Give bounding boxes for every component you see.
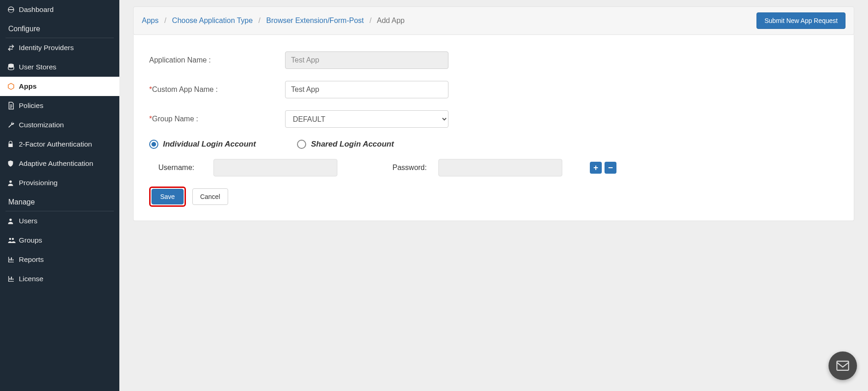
shield-icon bbox=[7, 159, 19, 168]
users-icon bbox=[7, 236, 19, 244]
form-card: Application Name : *Custom App Name : *G… bbox=[133, 35, 854, 221]
radio-individual[interactable]: Individual Login Account bbox=[149, 140, 256, 149]
main-content: Apps / Choose Application Type / Browser… bbox=[119, 0, 868, 391]
sidebar-item-reports[interactable]: Reports bbox=[0, 250, 119, 269]
breadcrumb-sep: / bbox=[370, 17, 371, 24]
sidebar-label: Users bbox=[19, 217, 37, 225]
svg-point-3 bbox=[9, 238, 11, 240]
app-name-input bbox=[285, 51, 448, 69]
remove-credential-button[interactable]: − bbox=[605, 162, 616, 174]
sidebar-label: Reports bbox=[19, 255, 44, 264]
app-name-label: Application Name : bbox=[149, 56, 285, 64]
custom-name-label: *Custom App Name : bbox=[149, 85, 285, 94]
lock-icon bbox=[7, 140, 19, 148]
save-highlight: Save bbox=[149, 187, 186, 207]
group-name-select[interactable]: DEFAULT bbox=[285, 110, 448, 128]
sidebar-item-adaptive[interactable]: Adaptive Authentication bbox=[0, 154, 119, 173]
radio-shared[interactable]: Shared Login Account bbox=[297, 140, 394, 149]
breadcrumb: Apps / Choose Application Type / Browser… bbox=[142, 17, 405, 25]
sidebar-item-userstores[interactable]: User Stores bbox=[0, 57, 119, 77]
header-card: Apps / Choose Application Type / Browser… bbox=[133, 6, 854, 35]
cancel-button[interactable]: Cancel bbox=[192, 188, 228, 205]
password-input[interactable] bbox=[438, 159, 562, 176]
user-icon bbox=[7, 217, 19, 225]
sidebar-label: Policies bbox=[19, 102, 43, 110]
username-input[interactable] bbox=[213, 159, 337, 176]
group-name-label-text: Group Name : bbox=[152, 115, 198, 123]
add-credential-button[interactable]: + bbox=[590, 162, 602, 174]
sidebar-label: Adaptive Authentication bbox=[19, 159, 93, 168]
breadcrumb-choose[interactable]: Choose Application Type bbox=[172, 17, 253, 24]
breadcrumb-current: Add App bbox=[377, 17, 405, 24]
svg-point-2 bbox=[9, 219, 11, 221]
user-icon bbox=[7, 179, 19, 187]
radio-checked-icon bbox=[149, 140, 158, 149]
sidebar-label: Customization bbox=[19, 121, 64, 129]
sidebar-item-apps[interactable]: Apps bbox=[0, 77, 119, 96]
svg-point-4 bbox=[12, 238, 14, 240]
sidebar-item-policies[interactable]: Policies bbox=[0, 96, 119, 115]
arrows-icon bbox=[7, 44, 19, 52]
chart-icon bbox=[7, 256, 19, 263]
mail-fab-button[interactable] bbox=[829, 351, 857, 380]
dashboard-icon bbox=[7, 6, 19, 14]
sidebar-label: Identity Providers bbox=[19, 44, 74, 52]
sidebar-label: 2-Factor Authentication bbox=[19, 140, 92, 148]
breadcrumb-browser[interactable]: Browser Extension/Form-Post bbox=[266, 17, 364, 24]
username-label: Username: bbox=[149, 164, 204, 172]
chart-icon bbox=[7, 275, 19, 283]
sidebar-label: User Stores bbox=[19, 63, 56, 71]
svg-rect-5 bbox=[837, 361, 849, 370]
sidebar-item-idp[interactable]: Identity Providers bbox=[0, 38, 119, 57]
sidebar-label: License bbox=[19, 275, 43, 283]
custom-name-label-text: Custom App Name : bbox=[152, 85, 218, 93]
sidebar-label: Apps bbox=[19, 82, 37, 91]
breadcrumb-sep: / bbox=[164, 17, 166, 24]
custom-name-input[interactable] bbox=[285, 81, 448, 98]
radio-individual-label: Individual Login Account bbox=[163, 140, 256, 149]
breadcrumb-sep: / bbox=[258, 17, 260, 24]
svg-point-1 bbox=[9, 181, 11, 183]
sidebar-item-groups[interactable]: Groups bbox=[0, 231, 119, 250]
sidebar-label: Dashboard bbox=[19, 6, 54, 14]
cube-icon bbox=[7, 82, 19, 91]
sidebar-item-users[interactable]: Users bbox=[0, 211, 119, 231]
database-icon bbox=[7, 63, 19, 71]
submit-new-app-button[interactable]: Submit New App Request bbox=[756, 12, 846, 29]
section-configure: Configure bbox=[0, 19, 119, 38]
radio-unchecked-icon bbox=[297, 140, 306, 149]
sidebar-item-dashboard[interactable]: Dashboard bbox=[0, 0, 119, 19]
save-button[interactable]: Save bbox=[151, 189, 184, 204]
sidebar-label: Groups bbox=[19, 236, 42, 244]
wrench-icon bbox=[7, 121, 19, 129]
sidebar-item-2fa[interactable]: 2-Factor Authentication bbox=[0, 135, 119, 154]
group-name-label: *Group Name : bbox=[149, 115, 285, 123]
password-label: Password: bbox=[383, 164, 429, 172]
sidebar-item-provisioning[interactable]: Provisioning bbox=[0, 173, 119, 193]
sidebar-label: Provisioning bbox=[19, 179, 57, 187]
sidebar-item-license[interactable]: License bbox=[0, 269, 119, 289]
section-manage: Manage bbox=[0, 193, 119, 211]
radio-shared-label: Shared Login Account bbox=[311, 140, 394, 149]
sidebar-item-customization[interactable]: Customization bbox=[0, 115, 119, 135]
breadcrumb-apps[interactable]: Apps bbox=[142, 17, 158, 24]
document-icon bbox=[7, 102, 19, 110]
mail-icon bbox=[835, 358, 851, 374]
sidebar: Dashboard Configure Identity Providers U… bbox=[0, 0, 119, 391]
